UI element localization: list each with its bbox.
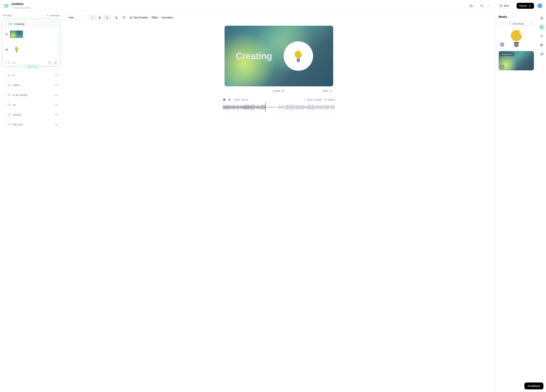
rail-template-icon[interactable] [539, 42, 545, 48]
rail-music-icon[interactable] [539, 51, 545, 57]
next-frame-button[interactable]: Next [323, 89, 332, 92]
undo-icon[interactable] [479, 3, 485, 9]
font-value: Inter [69, 16, 74, 19]
svg-point-9 [6, 24, 7, 24]
user-avatar[interactable] [537, 3, 542, 8]
active-frame-card: Creating [2, 19, 60, 67]
feedback-button[interactable]: Feedback [524, 383, 543, 389]
duplicate-icon[interactable] [47, 61, 52, 65]
size-large[interactable]: A [104, 15, 111, 20]
animation-button[interactable]: Animation [162, 16, 173, 19]
back-label: Back to projects [14, 6, 31, 9]
svg-point-19 [6, 50, 8, 51]
text-color-icon[interactable]: A [115, 15, 119, 19]
svg-marker-104 [228, 99, 230, 101]
svg-point-33 [5, 75, 6, 75]
media-bulb-card[interactable] [499, 28, 534, 48]
active-frame-header[interactable]: Creating [4, 20, 59, 27]
svg-point-34 [5, 76, 5, 76]
drag-handle-icon[interactable] [4, 113, 6, 116]
frame-row[interactable]: is as simple 0.8s [2, 91, 60, 99]
cloud-sync-icon[interactable] [468, 3, 474, 9]
feedback-label: Feedback [528, 384, 540, 387]
svg-rect-2 [500, 5, 502, 6]
font-select[interactable]: Inter [66, 15, 85, 20]
add-new-frame[interactable]: Add New [46, 14, 60, 17]
frame-media-thumb[interactable] [4, 41, 59, 58]
size-medium[interactable]: A [96, 15, 103, 20]
frame-row[interactable]: video 0.3s [2, 81, 60, 89]
svg-point-42 [5, 85, 6, 85]
align-icon[interactable] [122, 15, 126, 19]
frame-row-label: writing [13, 113, 54, 116]
redo-icon[interactable] [487, 3, 493, 9]
sync-beats-button[interactable]: Sync to beats [304, 98, 322, 101]
rail-effects-icon[interactable] [539, 33, 545, 39]
rail-media-icon[interactable] [539, 24, 545, 30]
media-heading: Media [499, 15, 534, 19]
volume-icon[interactable] [228, 98, 231, 101]
svg-point-94 [301, 51, 301, 51]
frame-row-duration: 0.5s [54, 104, 58, 106]
frame-row-duration: 0.8s [54, 94, 58, 96]
active-frame-label: Creating [14, 22, 24, 25]
delete-icon[interactable] [53, 61, 58, 65]
svg-point-48 [5, 94, 5, 94]
media-video-badge[interactable] [500, 65, 504, 69]
back-link[interactable]: Back to projects [12, 6, 31, 9]
svg-point-66 [5, 114, 5, 114]
frame-row[interactable]: writing 0.3s [2, 111, 60, 119]
drag-handle-icon[interactable] [5, 23, 7, 25]
svg-rect-427 [541, 36, 542, 37]
edit-icon[interactable] [8, 61, 10, 64]
aspect-ratio-select[interactable]: 16:9 [498, 3, 514, 9]
drag-handle-icon[interactable] [4, 74, 6, 76]
speed-button[interactable]: Speed [325, 98, 335, 101]
frame-row-label: is as simple [13, 93, 54, 96]
speed-label: Speed [328, 98, 335, 101]
svg-rect-24 [16, 52, 17, 52]
text-frame-icon [8, 123, 11, 126]
frame-row[interactable]: as 0.5s [2, 101, 60, 109]
drag-handle-icon[interactable] [4, 84, 6, 86]
drag-handle-icon[interactable] [4, 94, 6, 96]
ratio-value: 16:9 [504, 4, 509, 7]
canvas-bulb [284, 41, 313, 71]
effect-button[interactable]: Effect [151, 16, 158, 19]
drag-handle-icon[interactable] [4, 123, 6, 126]
rail-text-icon[interactable] [539, 15, 545, 21]
svg-rect-415 [514, 42, 519, 43]
next-label: Next [323, 89, 328, 92]
frame-duration: 4.3s [11, 61, 16, 64]
doc-title[interactable]: Untitled [12, 2, 31, 6]
svg-rect-103 [224, 99, 225, 101]
pause-button[interactable] [223, 98, 226, 101]
animation-label: Animation [162, 16, 173, 19]
add-media-button[interactable]: Add Media [499, 21, 534, 27]
drag-handle-icon[interactable] [4, 103, 6, 106]
effect-label: Effect [151, 16, 158, 19]
frame-row[interactable]: a 0.3s [2, 71, 60, 79]
expand-icon[interactable] [5, 61, 6, 64]
svg-rect-102 [223, 99, 224, 101]
media-bg-card[interactable]: Background [499, 51, 534, 70]
add-frame-button[interactable]: Add Frame [22, 65, 40, 69]
svg-rect-429 [540, 45, 541, 46]
app-logo[interactable] [4, 3, 9, 8]
frame-row[interactable]: this text 3.3s [2, 120, 60, 128]
export-button[interactable]: Export [517, 3, 534, 9]
text-frame-icon [8, 84, 11, 86]
svg-marker-25 [5, 62, 6, 62]
canvas-preview[interactable]: Creating [225, 26, 333, 86]
svg-point-414 [511, 30, 522, 41]
playhead[interactable] [265, 103, 266, 112]
text-position-button[interactable]: Text Position [130, 16, 148, 19]
waveform[interactable] [223, 103, 335, 111]
size-small[interactable]: A [89, 15, 96, 20]
frame-bg-thumb[interactable] [4, 29, 59, 40]
svg-marker-423 [502, 67, 503, 67]
frame-row-label: video [13, 83, 54, 87]
chevron-updown-icon [81, 16, 83, 19]
svg-point-7 [6, 23, 7, 23]
media-layers-badge[interactable] [500, 42, 504, 46]
